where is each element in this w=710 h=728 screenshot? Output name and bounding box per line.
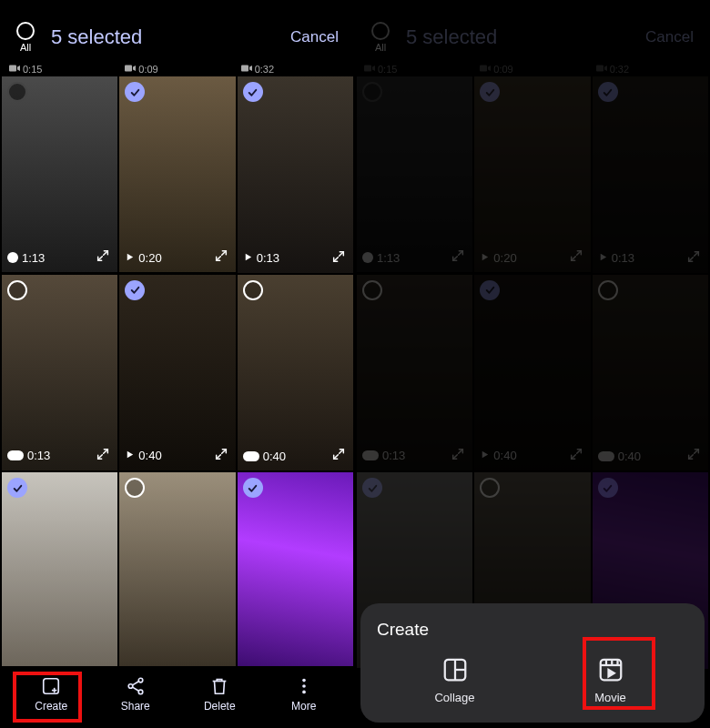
photo-tile[interactable]: 0:13 [2, 275, 117, 470]
duration-badge: 0:13 [243, 251, 279, 265]
duration-label: 0:20 [138, 251, 161, 265]
duration-badge: 0:13 [7, 449, 50, 462]
duration-label: 0:40 [263, 450, 286, 463]
selected-check-icon[interactable] [125, 280, 145, 300]
select-all-button[interactable]: All [16, 22, 35, 53]
live-badge-icon [7, 450, 24, 460]
screen-right: All 5 selected Cancel 0:15 0:09 0:32 1:1… [355, 0, 710, 728]
photo-thumbnail [2, 472, 117, 668]
create-button[interactable]: Create [19, 676, 83, 713]
svg-point-20 [138, 690, 143, 694]
svg-point-18 [138, 678, 143, 682]
movie-option[interactable]: Movie [561, 656, 661, 704]
delete-button[interactable]: Delete [188, 676, 251, 713]
expand-icon[interactable] [331, 447, 346, 465]
play-icon [243, 251, 253, 265]
tile-footer: 0:20 [119, 245, 235, 272]
timestamp-item: 0:32 [236, 64, 351, 75]
photo-thumbnail [119, 472, 235, 668]
svg-line-21 [132, 682, 138, 685]
duration-label: 0:13 [27, 449, 50, 462]
photo-tile[interactable]: 0:40 [238, 275, 353, 471]
motion-photo-icon [7, 252, 18, 263]
expand-icon[interactable] [214, 248, 228, 267]
unselected-circle-icon[interactable] [7, 280, 27, 300]
photo-tile[interactable]: 1:13 [2, 76, 117, 272]
share-button[interactable]: Share [104, 676, 167, 713]
video-icon [9, 64, 20, 75]
photo-tile[interactable]: 0:40 [119, 275, 235, 470]
duration-label: 0:40 [138, 449, 161, 462]
svg-rect-0 [9, 66, 16, 72]
play-icon [125, 251, 135, 265]
timestamp-label: 0:32 [255, 64, 274, 75]
timestamp-item: 0:15 [4, 64, 119, 75]
svg-point-19 [128, 684, 133, 689]
selected-check-icon[interactable] [243, 478, 263, 498]
selected-count-label: 5 selected [51, 25, 290, 49]
tile-footer: 0:13 [2, 443, 117, 470]
photo-tile[interactable] [2, 472, 117, 668]
photo-thumbnail [238, 275, 353, 471]
svg-rect-2 [241, 66, 248, 72]
screen-left: All 5 selected Cancel 0:15 0:09 0:32 1:1… [0, 0, 355, 728]
photo-thumbnail [119, 76, 235, 272]
select-all-circle-icon [16, 22, 35, 40]
photo-tile[interactable]: 0:20 [119, 76, 235, 272]
tile-footer: 1:13 [2, 245, 117, 272]
duration-label: 1:13 [22, 251, 45, 265]
tile-footer: 0:40 [119, 443, 235, 470]
photo-thumbnail [238, 76, 353, 273]
create-sheet-options: Collage Movie [377, 656, 688, 704]
expand-icon[interactable] [96, 447, 110, 465]
trash-icon [209, 676, 229, 696]
collage-option[interactable]: Collage [405, 656, 505, 704]
photo-thumbnail [119, 275, 235, 470]
photo-tile[interactable] [119, 472, 235, 668]
play-icon [125, 449, 135, 462]
photo-grid: 1:130:200:130:130:400:40 [0, 75, 355, 671]
duration-badge: 0:40 [125, 449, 161, 462]
svg-point-23 [302, 679, 306, 682]
more-button[interactable]: More [272, 676, 336, 713]
photo-tile[interactable]: 0:13 [238, 76, 353, 273]
cancel-button[interactable]: Cancel [290, 28, 339, 46]
photo-thumbnail [2, 275, 117, 470]
tile-footer: 0:40 [238, 443, 353, 470]
svg-rect-15 [44, 679, 59, 694]
photo-thumbnail [238, 472, 353, 669]
duration-badge: 0:40 [243, 450, 286, 463]
movie-label: Movie [594, 691, 626, 704]
unselected-circle-icon[interactable] [243, 280, 263, 300]
create-sheet: Create Collage Movie [360, 603, 705, 723]
create-label: Create [35, 700, 67, 713]
expand-icon[interactable] [214, 447, 228, 465]
create-icon [41, 676, 61, 696]
selected-check-icon[interactable] [243, 82, 263, 102]
selected-check-icon[interactable] [7, 478, 27, 498]
timestamp-item: 0:09 [119, 64, 235, 75]
delete-label: Delete [204, 700, 236, 713]
unselected-circle-icon[interactable] [7, 82, 27, 102]
photo-thumbnail [2, 76, 117, 272]
video-icon [241, 64, 252, 75]
select-all-label: All [20, 42, 31, 53]
more-label: More [291, 700, 316, 713]
svg-point-24 [302, 684, 306, 688]
header-timestamps: 0:15 0:09 0:32 [0, 64, 355, 75]
collage-icon [441, 656, 469, 683]
video-icon [125, 64, 136, 75]
share-label: Share [121, 700, 150, 713]
svg-point-25 [302, 691, 306, 694]
more-icon [294, 676, 314, 696]
share-icon [126, 676, 146, 696]
expand-icon[interactable] [331, 249, 346, 268]
duration-label: 0:13 [257, 251, 279, 265]
duration-badge: 1:13 [7, 251, 45, 265]
collage-label: Collage [434, 691, 474, 704]
svg-line-22 [132, 687, 138, 691]
create-sheet-title: Create [377, 620, 688, 640]
photo-tile[interactable] [238, 472, 353, 669]
duration-badge: 0:20 [125, 251, 161, 265]
expand-icon[interactable] [96, 248, 110, 267]
